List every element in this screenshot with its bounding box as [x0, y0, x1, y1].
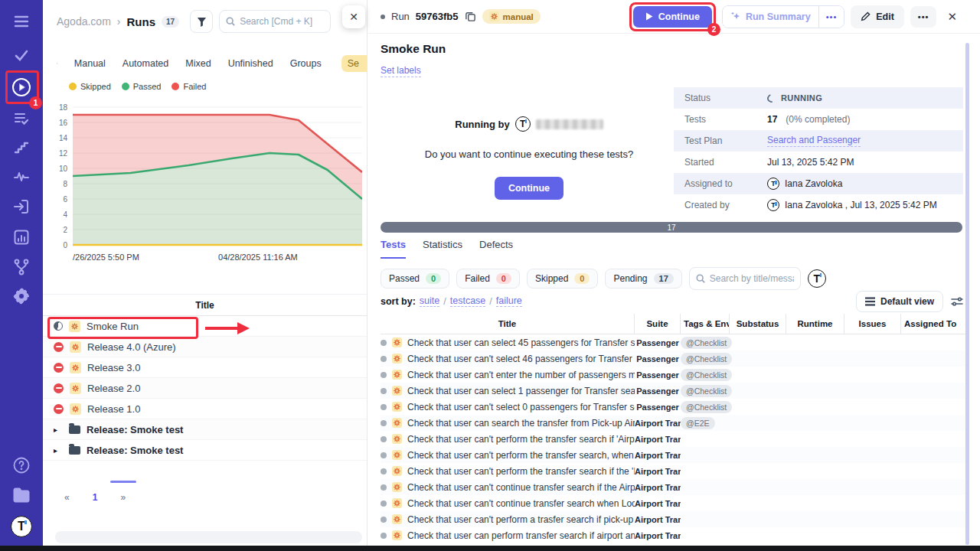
- runs-search-box[interactable]: [219, 10, 331, 33]
- menu-icon[interactable]: [0, 13, 43, 30]
- ellipsis-icon: •••: [826, 12, 838, 21]
- filter-passed[interactable]: Passed0: [381, 269, 449, 289]
- tab-mixed[interactable]: Mixed: [185, 58, 211, 69]
- test-suite-cell: Airport Transfer: [635, 451, 681, 460]
- test-row[interactable]: Check that user can select 1 passenger f…: [381, 383, 966, 399]
- default-view-button[interactable]: Default view: [856, 291, 943, 312]
- expander-icon[interactable]: ▸: [54, 425, 63, 434]
- copy-icon[interactable]: [465, 11, 476, 22]
- sort-by-label: sort by:: [381, 296, 416, 307]
- filter-failed[interactable]: Failed0: [456, 269, 520, 289]
- tab-tests[interactable]: Tests: [381, 239, 406, 259]
- test-row[interactable]: Check that user can't perform the transf…: [381, 431, 966, 447]
- filter-button[interactable]: [190, 10, 213, 33]
- runs-table-row[interactable]: Release 2.0: [43, 378, 367, 399]
- workspace-logo-avatar[interactable]: T: [0, 516, 43, 537]
- untested-status-icon: [381, 468, 387, 474]
- help-icon[interactable]: [0, 456, 43, 474]
- test-row[interactable]: Check that user can search the transfer …: [381, 415, 966, 431]
- edit-button[interactable]: Edit: [851, 5, 904, 28]
- close-run-button[interactable]: ✕: [942, 7, 962, 27]
- runs-table-row[interactable]: Release 3.0: [43, 357, 367, 378]
- test-row[interactable]: Check that user can't continue transfer …: [381, 495, 966, 511]
- tests-check-icon[interactable]: [0, 47, 43, 63]
- pull-requests-icon[interactable]: [0, 197, 43, 216]
- continue-button-center[interactable]: Continue: [495, 177, 564, 200]
- test-row[interactable]: Check that user can perform transfer sea…: [381, 527, 966, 543]
- runs-table-row[interactable]: ▸Release: Smoke test: [43, 419, 367, 440]
- collision-emoji-icon: [392, 434, 402, 444]
- tab-automated[interactable]: Automated: [122, 58, 168, 69]
- collision-emoji-icon: [392, 514, 402, 524]
- test-row[interactable]: Check that user can't continue transfer …: [381, 479, 966, 495]
- pagination-page-1[interactable]: 1: [93, 492, 98, 503]
- filter-count-badge: 0: [496, 273, 511, 284]
- analytics-bar-chart-icon[interactable]: [0, 228, 43, 246]
- filter-skipped[interactable]: Skipped0: [527, 269, 599, 289]
- more-actions-button[interactable]: •••: [910, 6, 937, 28]
- sort-link-suite[interactable]: suite: [420, 295, 439, 307]
- horizontal-scrollbar-track[interactable]: [55, 531, 362, 543]
- tests-search-input[interactable]: [710, 273, 794, 284]
- activity-pulse-icon[interactable]: [0, 170, 43, 184]
- settings-gear-icon[interactable]: [0, 287, 43, 305]
- filter-pending[interactable]: Pending17: [605, 269, 681, 289]
- test-row[interactable]: Check that user can't enter the number o…: [381, 367, 966, 383]
- sort-link-testcase[interactable]: testcase: [450, 295, 486, 307]
- test-tags-cell: @Checklist: [681, 369, 730, 381]
- test-title: Check that user can search the transfer …: [407, 418, 635, 429]
- test-row[interactable]: Check that user can't select 0 passenger…: [381, 399, 966, 415]
- tab-manual[interactable]: Manual: [74, 58, 106, 69]
- sliders-icon[interactable]: [951, 296, 963, 307]
- untested-status-icon: [381, 517, 387, 523]
- close-panel-button[interactable]: ✕: [342, 5, 365, 28]
- test-suite-cell: Airport Transfer: [635, 419, 681, 428]
- continue-button[interactable]: Continue: [633, 6, 712, 28]
- test-row[interactable]: Check that user can't perform a trasfer …: [381, 511, 966, 527]
- tab-groups[interactable]: Groups: [290, 58, 322, 69]
- runs-table-row[interactable]: Release 1.0: [43, 399, 367, 419]
- runs-search-input[interactable]: [240, 16, 324, 27]
- projects-folder-icon[interactable]: [0, 487, 43, 504]
- pagination-active-bar: [110, 481, 136, 483]
- test-title: Check that user can't perform a trasfer …: [407, 514, 635, 525]
- tag-badge: @Checklist: [681, 385, 732, 397]
- run-summary-button[interactable]: Run Summary: [723, 6, 818, 28]
- breadcrumb-project[interactable]: Agoda.com: [57, 15, 111, 28]
- tests-search-box[interactable]: [689, 267, 801, 290]
- detail-row-assigned-to: Assigned toTIana Zavoloka: [674, 173, 963, 194]
- tab-statistics[interactable]: Statistics: [423, 239, 462, 259]
- tab-selected-partial[interactable]: Se: [341, 55, 367, 72]
- runs-play-circle-icon[interactable]: [0, 77, 43, 97]
- test-plan-link[interactable]: Search and Passenger: [767, 135, 861, 147]
- test-row[interactable]: Check that user can't select 46 passenge…: [381, 350, 966, 367]
- select-all-icon[interactable]: [57, 57, 57, 70]
- pagination-next[interactable]: »: [120, 492, 126, 503]
- test-row[interactable]: Check that user can't perform the transf…: [381, 463, 966, 479]
- view-controls: Default view: [856, 291, 963, 312]
- set-labels-link[interactable]: Set labels: [381, 65, 421, 77]
- vertical-scrollbar[interactable]: [965, 43, 969, 545]
- test-title: Check that user can't perform the transf…: [407, 450, 635, 461]
- run-summary-more-button[interactable]: •••: [818, 6, 844, 28]
- runs-table-row[interactable]: Release 4.0 (Azure): [43, 337, 367, 357]
- milestones-steps-icon[interactable]: [0, 140, 43, 155]
- test-row[interactable]: Check that user can select 45 passengers…: [381, 334, 966, 350]
- legend-dot: [172, 83, 179, 90]
- run-detail-panel: Run 59763fb5 manual Continue 2 Run Summa…: [368, 0, 980, 551]
- pagination-prev[interactable]: «: [64, 492, 70, 503]
- test-plans-icon[interactable]: [0, 111, 43, 126]
- test-row[interactable]: Check that user can't perform the transf…: [381, 447, 966, 463]
- run-progress-bar[interactable]: 17: [381, 222, 962, 233]
- run-row-title: Smoke Run: [87, 321, 139, 332]
- runs-table-row[interactable]: ▸Release: Smoke test: [43, 440, 367, 461]
- tab-unfinished[interactable]: Unfinished: [228, 58, 273, 69]
- run-row-title: Release 3.0: [87, 362, 140, 373]
- tab-defects[interactable]: Defects: [479, 239, 513, 259]
- legend-label: Passed: [133, 82, 162, 91]
- detail-value: Jul 13, 2025 5:42 PM: [767, 157, 854, 168]
- branch-icon[interactable]: [0, 257, 43, 277]
- filter-label: Pending: [613, 273, 647, 284]
- expander-icon[interactable]: ▸: [54, 446, 63, 455]
- sort-link-failure[interactable]: failure: [496, 295, 522, 307]
